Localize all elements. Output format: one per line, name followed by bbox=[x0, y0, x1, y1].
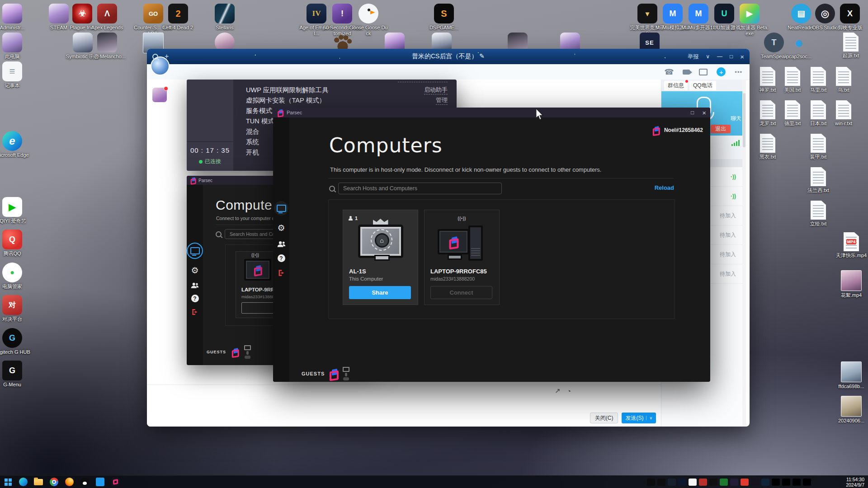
gamepad-permission-icon[interactable] bbox=[343, 377, 349, 380]
tray-icon[interactable] bbox=[782, 479, 790, 486]
desktop-icon[interactable]: X 剪映专业版 bbox=[830, 4, 868, 31]
help-nav-icon[interactable]: ? bbox=[191, 295, 199, 302]
parsec[interactable] bbox=[108, 476, 123, 488]
more-icon[interactable]: ••• bbox=[735, 69, 742, 75]
computers-nav-icon[interactable] bbox=[187, 243, 203, 259]
monitor-permission-icon[interactable] bbox=[343, 367, 349, 372]
desktop-icon[interactable]: 乌.txt bbox=[824, 67, 863, 93]
reload-link[interactable]: Reload bbox=[655, 184, 674, 191]
guest-avatar[interactable] bbox=[329, 369, 338, 378]
desktop-icon[interactable]: G G-Menu bbox=[0, 361, 32, 388]
tray-icon[interactable] bbox=[709, 479, 717, 486]
vpn-row-action[interactable]: 启动助手 bbox=[424, 86, 448, 94]
friends-nav-icon[interactable] bbox=[277, 240, 286, 247]
maximize-icon[interactable]: □ bbox=[730, 53, 733, 60]
tray-icon[interactable] bbox=[720, 479, 728, 486]
desktop-icon[interactable]: 对 对决平台 bbox=[0, 295, 32, 322]
monitor-permission-icon[interactable] bbox=[244, 345, 251, 350]
guest-avatar[interactable] bbox=[231, 348, 239, 356]
vscode[interactable] bbox=[92, 476, 108, 488]
desktop-icon[interactable]: ▶ 游戏加速器 Beta.exe bbox=[730, 4, 769, 37]
logout-nav-icon[interactable] bbox=[278, 269, 285, 277]
screen-share-icon[interactable] bbox=[699, 69, 708, 75]
desktop-icon[interactable]: Λ Apex Legends bbox=[87, 4, 127, 31]
tray-icon[interactable] bbox=[730, 479, 738, 486]
tray-icon[interactable] bbox=[678, 479, 686, 486]
desktop-icon[interactable]: Q 腾讯QQ bbox=[0, 230, 32, 257]
search-icon[interactable] bbox=[152, 54, 158, 60]
help-nav-icon[interactable]: ? bbox=[278, 254, 285, 262]
user-account-chip[interactable]: Noel#12658462 bbox=[651, 126, 703, 135]
qq[interactable] bbox=[77, 476, 92, 488]
desktop-icon[interactable]: G Logitech G HUB bbox=[0, 328, 32, 355]
tray-icon[interactable] bbox=[751, 479, 759, 486]
add-chat-icon[interactable]: + bbox=[165, 52, 169, 61]
scrollbar[interactable] bbox=[742, 80, 746, 427]
message-avatar[interactable] bbox=[152, 88, 167, 102]
send-button[interactable]: 发送(S)∨ bbox=[622, 413, 656, 423]
desktop-icon[interactable]: ● 电脑管家 bbox=[0, 263, 32, 290]
logout-nav-icon[interactable] bbox=[191, 309, 198, 315]
add-icon[interactable]: + bbox=[717, 67, 726, 76]
video-call-icon[interactable] bbox=[683, 70, 690, 75]
desktop-icon[interactable]: 黑衣.txt bbox=[748, 134, 788, 160]
qq-input-area[interactable]: ↗ ◔ 关闭(C) 发送(S)∨ bbox=[147, 385, 661, 427]
report-button[interactable]: 举报 bbox=[688, 53, 698, 61]
tab-group-info[interactable]: 群信息 bbox=[664, 81, 688, 90]
close-chat-button[interactable]: 关闭(C) bbox=[590, 413, 618, 423]
close-icon[interactable]: × bbox=[740, 53, 744, 61]
tray-icon[interactable] bbox=[793, 479, 801, 486]
tray-icon[interactable] bbox=[637, 479, 645, 486]
desktop-icon[interactable]: win-r.txt bbox=[824, 100, 863, 127]
computers-nav-icon[interactable] bbox=[274, 201, 288, 216]
desktop-icon[interactable]: 千恋 Melancho... bbox=[87, 33, 127, 60]
desktop-icon[interactable]: 20240906... bbox=[831, 396, 868, 424]
tray-icon[interactable] bbox=[647, 479, 655, 486]
tray-icon[interactable] bbox=[657, 479, 665, 486]
expand-icon[interactable]: ↗ bbox=[555, 387, 561, 395]
search-input[interactable] bbox=[338, 183, 502, 194]
desktop-icon[interactable]: 2 Left 4 Dead 2 bbox=[158, 4, 198, 31]
tab-qq-call[interactable]: QQ电话 bbox=[689, 81, 716, 90]
edit-title-icon[interactable]: ✎ bbox=[479, 52, 485, 60]
desktop-icon[interactable]: S DSPGAME... bbox=[424, 4, 464, 31]
tray-icon[interactable] bbox=[761, 479, 769, 486]
minimize-icon[interactable]: — bbox=[717, 53, 722, 60]
desktop-icon[interactable]: e Microsoft Edge bbox=[0, 131, 32, 158]
desktop-icon[interactable]: ● pcap2soc... bbox=[779, 33, 819, 60]
desktop-icon[interactable]: ▶ iQIYI 爱奇艺 bbox=[0, 197, 32, 224]
tray-icon[interactable] bbox=[813, 479, 821, 486]
desktop-icon[interactable]: MP4 天津快乐.mp4 bbox=[831, 232, 868, 258]
desktop-icon[interactable]: 起源.txt bbox=[831, 33, 868, 59]
desktop-icon[interactable]: ffdca698b... bbox=[831, 361, 868, 389]
history-icon[interactable]: ◔ bbox=[567, 387, 571, 395]
tray-icon[interactable] bbox=[699, 479, 707, 486]
friends-nav-icon[interactable] bbox=[191, 282, 199, 288]
skin-icon[interactable]: ∨ bbox=[706, 53, 710, 60]
exit-call-button[interactable]: 退出 bbox=[711, 125, 731, 133]
start-button[interactable] bbox=[0, 476, 15, 488]
taskbar-clock[interactable]: 11:54:30 2024/9/7 bbox=[834, 477, 868, 488]
desktop-icon[interactable]: ≡ 记事本 bbox=[0, 61, 32, 89]
settings-nav-icon[interactable]: ⚙ bbox=[277, 223, 285, 233]
desktop-icon[interactable]: Administr... bbox=[0, 4, 32, 31]
phone-call-icon[interactable]: ☎ bbox=[664, 67, 674, 77]
desktop-icon[interactable]: 立绘.txt bbox=[798, 201, 838, 227]
computer-card-this[interactable]: 1 ⌂ AL-1S This Computer Share bbox=[343, 210, 418, 305]
share-button[interactable]: Share bbox=[349, 286, 411, 299]
tray-icon[interactable] bbox=[668, 479, 676, 486]
tray-icon[interactable] bbox=[689, 479, 697, 486]
computer-card-remote[interactable]: ((•)) LAPTOP-9RROFC85 midas233#13888200 … bbox=[424, 210, 500, 305]
desktop-icon[interactable]: Stellaris bbox=[205, 4, 245, 31]
edge[interactable] bbox=[15, 476, 31, 488]
tray-icon[interactable] bbox=[803, 479, 811, 486]
close-icon[interactable]: × bbox=[702, 109, 706, 117]
firefox[interactable] bbox=[61, 476, 77, 488]
desktop-icon[interactable]: 装甲.txt bbox=[798, 134, 838, 160]
settings-nav-icon[interactable]: ⚙ bbox=[191, 265, 198, 276]
maximize-icon[interactable]: □ bbox=[691, 109, 694, 116]
desktop-icon[interactable]: 法兰西.txt bbox=[798, 167, 838, 193]
mic-permission-icon[interactable] bbox=[345, 373, 347, 376]
desktop-icon[interactable]: 此电脑 bbox=[0, 33, 32, 60]
desktop-icon[interactable]: Goose Goose Duck bbox=[349, 4, 388, 37]
